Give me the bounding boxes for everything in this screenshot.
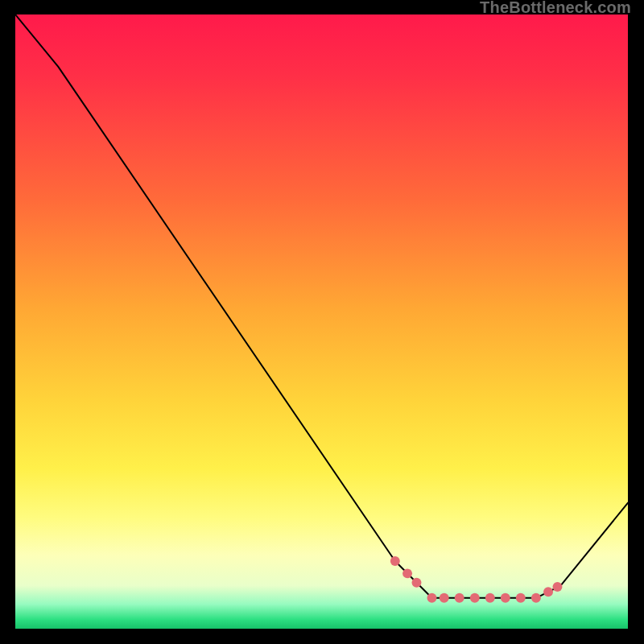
curve-marker-dot xyxy=(501,593,510,603)
curve-marker-dot xyxy=(543,587,553,597)
curve-marker-dot xyxy=(412,578,422,588)
plot-area xyxy=(14,13,630,630)
curve-line xyxy=(15,14,628,598)
watermark-text: TheBottleneck.com xyxy=(480,0,631,17)
curve-marker-dot xyxy=(531,593,541,603)
curve-marker-dot xyxy=(440,593,449,603)
curve-marker-dot xyxy=(455,593,464,603)
curve-marker-dot xyxy=(552,582,562,592)
chart-stage: TheBottleneck.com xyxy=(0,0,644,644)
curve-marker-dot xyxy=(390,556,400,566)
curve-marker-dot xyxy=(470,593,480,603)
curve-markers xyxy=(390,556,563,603)
curve-marker-dot xyxy=(485,593,495,603)
curve-marker-dot xyxy=(402,568,412,578)
chart-svg xyxy=(15,14,628,629)
curve-marker-dot xyxy=(427,593,437,603)
curve-marker-dot xyxy=(516,593,526,603)
